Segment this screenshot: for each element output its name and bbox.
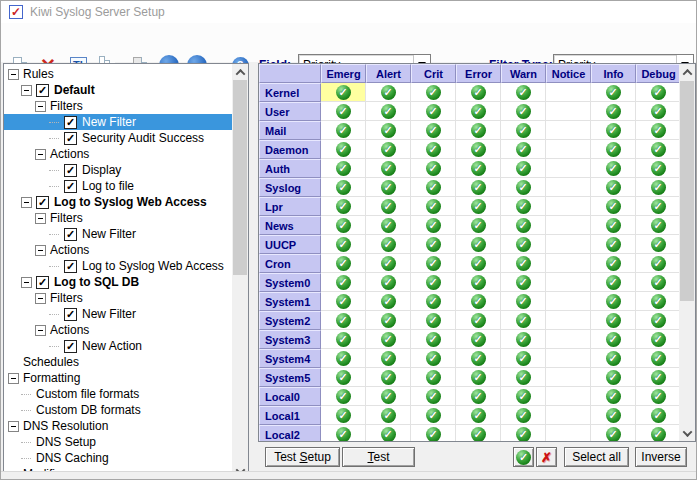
cell-news-error[interactable]: ✓: [456, 216, 501, 235]
cell-cron-error[interactable]: ✓: [456, 254, 501, 273]
cell-system2-error[interactable]: ✓: [456, 311, 501, 330]
cell-uucp-alert[interactable]: ✓: [366, 235, 411, 254]
collapse-icon[interactable]: [8, 421, 19, 432]
tree-item-filters[interactable]: Filters: [4, 210, 233, 226]
row-header-auth[interactable]: Auth: [259, 159, 321, 178]
cell-daemon-warn[interactable]: ✓: [501, 140, 546, 159]
cell-system5-alert[interactable]: ✓: [366, 368, 411, 387]
cell-news-info[interactable]: ✓: [591, 216, 636, 235]
cell-system0-debug[interactable]: ✓: [636, 273, 681, 292]
cell-cron-crit[interactable]: ✓: [411, 254, 456, 273]
row-header-system0[interactable]: System0: [259, 273, 321, 292]
tree-item-new-filter[interactable]: ✓New Filter: [4, 114, 233, 130]
cell-system0-crit[interactable]: ✓: [411, 273, 456, 292]
cell-daemon-error[interactable]: ✓: [456, 140, 501, 159]
collapse-icon[interactable]: [35, 149, 46, 160]
cell-local2-crit[interactable]: ✓: [411, 425, 456, 442]
cell-system1-notice[interactable]: [546, 292, 591, 311]
tree-checkbox[interactable]: ✓: [64, 340, 77, 353]
column-header-error[interactable]: Error: [456, 64, 501, 83]
tree-scrollbar-thumb[interactable]: [233, 80, 247, 275]
cell-mail-alert[interactable]: ✓: [366, 121, 411, 140]
cell-system4-warn[interactable]: ✓: [501, 349, 546, 368]
tree-scroll-up-icon[interactable]: [232, 64, 248, 80]
cell-syslog-notice[interactable]: [546, 178, 591, 197]
cell-syslog-info[interactable]: ✓: [591, 178, 636, 197]
cell-system0-alert[interactable]: ✓: [366, 273, 411, 292]
cell-local0-emerg[interactable]: ✓: [321, 387, 366, 406]
grid-scroll-up-icon[interactable]: [679, 64, 695, 80]
cell-kernel-notice[interactable]: [546, 83, 591, 102]
cell-user-notice[interactable]: [546, 102, 591, 121]
cell-system2-notice[interactable]: [546, 311, 591, 330]
cell-system1-warn[interactable]: ✓: [501, 292, 546, 311]
row-header-system4[interactable]: System4: [259, 349, 321, 368]
column-header-debug[interactable]: Debug: [636, 64, 681, 83]
grid-scroll-down-icon[interactable]: [679, 425, 695, 441]
cell-mail-warn[interactable]: ✓: [501, 121, 546, 140]
column-header-alert[interactable]: Alert: [366, 64, 411, 83]
cell-local2-info[interactable]: ✓: [591, 425, 636, 442]
tree-item-display[interactable]: ✓Display: [4, 162, 233, 178]
cell-news-warn[interactable]: ✓: [501, 216, 546, 235]
column-header-info[interactable]: Info: [591, 64, 636, 83]
cell-system0-warn[interactable]: ✓: [501, 273, 546, 292]
cell-local2-warn[interactable]: ✓: [501, 425, 546, 442]
cell-local1-emerg[interactable]: ✓: [321, 406, 366, 425]
cell-lpr-warn[interactable]: ✓: [501, 197, 546, 216]
tree-item-new-filter[interactable]: ✓New Filter: [4, 226, 233, 242]
cell-local2-emerg[interactable]: ✓: [321, 425, 366, 442]
cell-system1-emerg[interactable]: ✓: [321, 292, 366, 311]
collapse-icon[interactable]: [8, 373, 19, 384]
inverse-button[interactable]: Inverse: [635, 447, 687, 467]
tree-item-actions[interactable]: Actions: [4, 242, 233, 258]
cell-news-crit[interactable]: ✓: [411, 216, 456, 235]
cell-system1-error[interactable]: ✓: [456, 292, 501, 311]
cell-local2-alert[interactable]: ✓: [366, 425, 411, 442]
cell-system4-debug[interactable]: ✓: [636, 349, 681, 368]
apply-button[interactable]: ✓: [513, 447, 534, 467]
cell-local0-debug[interactable]: ✓: [636, 387, 681, 406]
cell-system5-debug[interactable]: ✓: [636, 368, 681, 387]
cell-uucp-error[interactable]: ✓: [456, 235, 501, 254]
cell-mail-info[interactable]: ✓: [591, 121, 636, 140]
tree-item-log-to-sql-db[interactable]: ✓Log to SQL DB: [4, 274, 233, 290]
tree-item-custom-db-formats[interactable]: Custom DB formats: [4, 402, 233, 418]
cell-local1-debug[interactable]: ✓: [636, 406, 681, 425]
grid-scrollbar-thumb[interactable]: [680, 81, 694, 301]
cell-local0-warn[interactable]: ✓: [501, 387, 546, 406]
cell-local0-error[interactable]: ✓: [456, 387, 501, 406]
cell-user-info[interactable]: ✓: [591, 102, 636, 121]
cell-lpr-error[interactable]: ✓: [456, 197, 501, 216]
cell-uucp-crit[interactable]: ✓: [411, 235, 456, 254]
cell-local0-crit[interactable]: ✓: [411, 387, 456, 406]
cell-system4-emerg[interactable]: ✓: [321, 349, 366, 368]
cell-mail-emerg[interactable]: ✓: [321, 121, 366, 140]
cell-auth-alert[interactable]: ✓: [366, 159, 411, 178]
row-header-kernel[interactable]: Kernel: [259, 83, 321, 102]
cell-daemon-alert[interactable]: ✓: [366, 140, 411, 159]
cell-system2-crit[interactable]: ✓: [411, 311, 456, 330]
cell-uucp-warn[interactable]: ✓: [501, 235, 546, 254]
tree-checkbox[interactable]: ✓: [64, 116, 77, 129]
cell-lpr-notice[interactable]: [546, 197, 591, 216]
tree-item-dns-caching[interactable]: DNS Caching: [4, 450, 233, 466]
row-header-system1[interactable]: System1: [259, 292, 321, 311]
cell-kernel-info[interactable]: ✓: [591, 83, 636, 102]
tree-item-default[interactable]: ✓Default: [4, 82, 233, 98]
tree-item-custom-file-formats[interactable]: Custom file formats: [4, 386, 233, 402]
row-header-news[interactable]: News: [259, 216, 321, 235]
cell-system4-info[interactable]: ✓: [591, 349, 636, 368]
tree-item-log-to-syslog-web-access[interactable]: ✓Log to Syslog Web Access: [4, 194, 233, 210]
cell-auth-crit[interactable]: ✓: [411, 159, 456, 178]
cell-system1-crit[interactable]: ✓: [411, 292, 456, 311]
cell-system5-emerg[interactable]: ✓: [321, 368, 366, 387]
cell-daemon-info[interactable]: ✓: [591, 140, 636, 159]
cell-cron-warn[interactable]: ✓: [501, 254, 546, 273]
cell-system2-warn[interactable]: ✓: [501, 311, 546, 330]
cell-lpr-debug[interactable]: ✓: [636, 197, 681, 216]
tree-checkbox[interactable]: ✓: [36, 84, 49, 97]
cell-mail-crit[interactable]: ✓: [411, 121, 456, 140]
tree-checkbox[interactable]: ✓: [64, 180, 77, 193]
cell-daemon-emerg[interactable]: ✓: [321, 140, 366, 159]
